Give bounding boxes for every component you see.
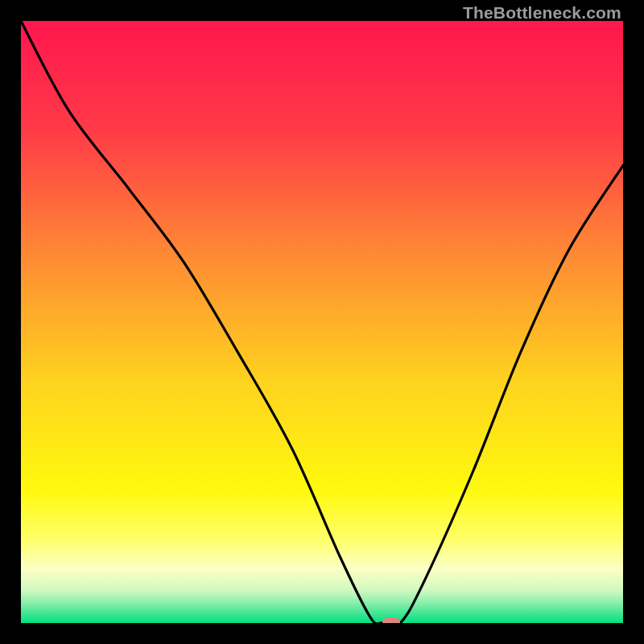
bottleneck-curve <box>21 21 623 623</box>
chart-frame: TheBottleneck.com <box>0 0 644 644</box>
optimal-marker <box>382 617 400 623</box>
watermark-text: TheBottleneck.com <box>463 3 621 23</box>
plot-area <box>21 21 623 623</box>
